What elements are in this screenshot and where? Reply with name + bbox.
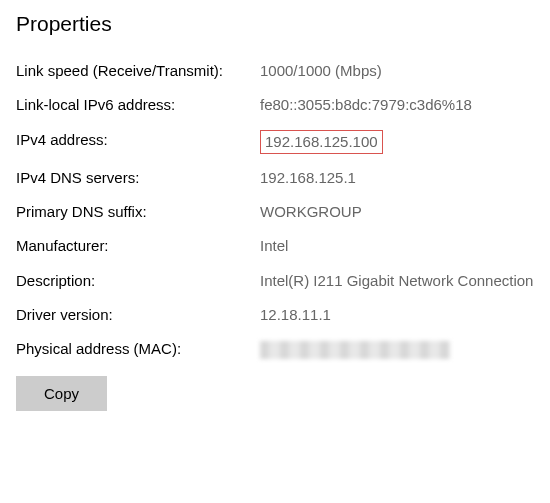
copy-button[interactable]: Copy — [16, 376, 107, 411]
label-manufacturer: Manufacturer: — [16, 229, 260, 263]
row-dns: IPv4 DNS servers: 192.168.125.1 — [16, 161, 534, 195]
value-driver: 12.18.11.1 — [260, 298, 534, 332]
value-description: Intel(R) I211 Gigabit Network Connection — [260, 264, 534, 298]
row-description: Description: Intel(R) I211 Gigabit Netwo… — [16, 264, 534, 298]
row-mac: Physical address (MAC): — [16, 332, 534, 366]
label-ipv4: IPv4 address: — [16, 123, 260, 161]
value-link-speed: 1000/1000 (Mbps) — [260, 54, 534, 88]
value-mac — [260, 332, 534, 366]
value-manufacturer: Intel — [260, 229, 534, 263]
redacted-icon — [260, 341, 450, 359]
row-dns-suffix: Primary DNS suffix: WORKGROUP — [16, 195, 534, 229]
label-description: Description: — [16, 264, 260, 298]
row-manufacturer: Manufacturer: Intel — [16, 229, 534, 263]
row-link-speed: Link speed (Receive/Transmit): 1000/1000… — [16, 54, 534, 88]
label-dns: IPv4 DNS servers: — [16, 161, 260, 195]
row-driver: Driver version: 12.18.11.1 — [16, 298, 534, 332]
label-driver: Driver version: — [16, 298, 260, 332]
properties-table: Link speed (Receive/Transmit): 1000/1000… — [16, 54, 534, 366]
value-ipv4-wrapper: 192.168.125.100 — [260, 123, 534, 161]
label-link-speed: Link speed (Receive/Transmit): — [16, 54, 260, 88]
page-title: Properties — [16, 12, 534, 36]
value-dns-suffix: WORKGROUP — [260, 195, 534, 229]
row-ipv6: Link-local IPv6 address: fe80::3055:b8dc… — [16, 88, 534, 122]
label-ipv6: Link-local IPv6 address: — [16, 88, 260, 122]
row-ipv4: IPv4 address: 192.168.125.100 — [16, 123, 534, 161]
value-dns: 192.168.125.1 — [260, 161, 534, 195]
value-ipv6: fe80::3055:b8dc:7979:c3d6%18 — [260, 88, 534, 122]
label-mac: Physical address (MAC): — [16, 332, 260, 366]
label-dns-suffix: Primary DNS suffix: — [16, 195, 260, 229]
value-ipv4: 192.168.125.100 — [260, 130, 383, 154]
